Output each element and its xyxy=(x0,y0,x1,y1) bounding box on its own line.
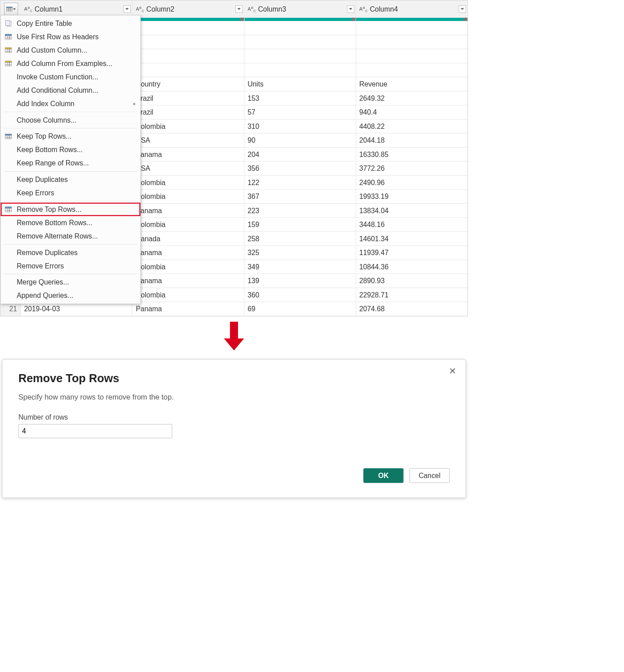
cell-col4[interactable]: 2649.32 xyxy=(356,91,468,105)
cell-col4[interactable]: 2890.93 xyxy=(356,274,468,288)
column-filter-button[interactable] xyxy=(123,5,131,13)
cell-col3[interactable]: 325 xyxy=(244,246,356,260)
cell-col4[interactable]: Revenue xyxy=(356,77,468,91)
cell-col2[interactable]: Panama xyxy=(132,302,244,316)
menu-separator xyxy=(4,274,138,274)
cell-col4[interactable] xyxy=(356,35,468,49)
cell-col3[interactable]: 139 xyxy=(244,274,356,288)
menu-item-label: Keep Errors xyxy=(17,189,54,197)
menu-item[interactable]: Keep Top Rows... xyxy=(1,130,141,143)
cell-col2[interactable]: Colombia xyxy=(132,119,244,133)
menu-item[interactable]: Append Queries... xyxy=(1,289,141,302)
cell-col3[interactable]: 258 xyxy=(244,231,356,246)
cell-col2[interactable] xyxy=(132,63,244,77)
column-filter-button[interactable] xyxy=(347,5,354,13)
cell-col2[interactable]: Country xyxy=(132,77,244,91)
menu-item[interactable]: Keep Range of Rows... xyxy=(1,157,141,170)
close-icon[interactable]: ✕ xyxy=(449,366,456,376)
cell-col2[interactable]: Colombia xyxy=(132,260,244,274)
cell-col2[interactable] xyxy=(132,21,244,35)
menu-item[interactable]: Remove Alternate Rows... xyxy=(1,230,141,243)
menu-item[interactable]: Remove Top Rows... xyxy=(1,203,141,216)
cell-col2[interactable]: Panama xyxy=(132,274,244,288)
cell-col2[interactable]: Colombia xyxy=(132,175,244,190)
cell-col4[interactable] xyxy=(356,49,468,63)
cell-col3[interactable]: 69 xyxy=(244,302,356,316)
menu-item[interactable]: Keep Errors xyxy=(1,186,141,200)
cell-col4[interactable]: 22928.71 xyxy=(356,288,468,302)
field-label: Number of rows xyxy=(18,413,450,421)
cell-col2[interactable]: Panama xyxy=(132,246,244,260)
column-header-2[interactable]: ABC Column2 xyxy=(132,0,244,17)
cell-col4[interactable]: 14601.34 xyxy=(356,231,468,246)
cell-col2[interactable]: Panama xyxy=(132,203,244,218)
cell-col3[interactable]: 223 xyxy=(244,203,356,218)
column-filter-button[interactable] xyxy=(235,5,243,13)
cell-col2[interactable]: Panama xyxy=(132,147,244,161)
menu-item[interactable]: Merge Queries... xyxy=(1,276,141,289)
cell-col3[interactable]: 204 xyxy=(244,147,356,161)
cell-col2[interactable]: Colombia xyxy=(132,190,244,204)
cell-col4[interactable]: 2044.18 xyxy=(356,133,468,148)
cell-col3[interactable] xyxy=(244,63,356,77)
cell-col4[interactable]: 10844.36 xyxy=(356,260,468,274)
cell-col4[interactable]: 3772.26 xyxy=(356,161,468,176)
cell-col4[interactable]: 11939.47 xyxy=(356,246,468,260)
menu-item[interactable]: Keep Duplicates xyxy=(1,173,141,186)
cell-col3[interactable]: 159 xyxy=(244,218,356,232)
cell-col4[interactable]: 2074.68 xyxy=(356,302,468,316)
cell-col3[interactable]: 90 xyxy=(244,133,356,148)
cell-col2[interactable] xyxy=(132,49,244,63)
cell-col4[interactable]: 19933.19 xyxy=(356,190,468,204)
menu-item[interactable]: Add Column From Examples... xyxy=(1,57,141,70)
cell-col3[interactable] xyxy=(244,49,356,63)
cell-col4[interactable] xyxy=(356,21,468,35)
cell-col4[interactable] xyxy=(356,63,468,77)
cell-col4[interactable]: 3448.16 xyxy=(356,218,468,232)
blank-icon xyxy=(4,73,13,81)
menu-item[interactable]: Copy Entire Table xyxy=(1,17,141,30)
cell-col3[interactable] xyxy=(244,35,356,49)
menu-item[interactable]: Invoke Custom Function... xyxy=(1,70,141,84)
cell-col4[interactable]: 940.4 xyxy=(356,105,468,120)
cell-col3[interactable]: 310 xyxy=(244,119,356,133)
cell-col3[interactable]: 356 xyxy=(244,161,356,176)
number-of-rows-input[interactable] xyxy=(18,424,172,438)
column-filter-button[interactable] xyxy=(459,5,466,13)
cell-col3[interactable]: 367 xyxy=(244,190,356,204)
cell-col3[interactable]: 360 xyxy=(244,288,356,302)
menu-item[interactable]: Use First Row as Headers xyxy=(1,30,141,44)
cell-col2[interactable]: Colombia xyxy=(132,218,244,232)
cell-col2[interactable]: Canada xyxy=(132,231,244,246)
cell-col4[interactable]: 16330.85 xyxy=(356,147,468,161)
cell-col3[interactable] xyxy=(244,21,356,35)
cell-col4[interactable]: 2490.96 xyxy=(356,175,468,190)
cell-col2[interactable] xyxy=(132,35,244,49)
column-header-3[interactable]: ABC Column3 xyxy=(244,0,356,17)
menu-item[interactable]: Add Conditional Column... xyxy=(1,84,141,97)
menu-item[interactable]: Choose Columns... xyxy=(1,113,141,127)
cell-col2[interactable]: USA xyxy=(132,133,244,148)
cell-col2[interactable]: Brazil xyxy=(132,105,244,120)
cell-col2[interactable]: Brazil xyxy=(132,91,244,105)
menu-item[interactable]: Add Index Column▸ xyxy=(1,97,141,111)
menu-item[interactable]: Remove Errors xyxy=(1,259,141,272)
menu-item[interactable]: Keep Bottom Rows... xyxy=(1,143,141,157)
table-menu-button[interactable] xyxy=(4,3,18,16)
cell-col2[interactable]: Colombia xyxy=(132,288,244,302)
column-header-4[interactable]: ABC Column4 xyxy=(356,0,468,17)
cell-col3[interactable]: Units xyxy=(244,77,356,91)
cancel-button[interactable]: Cancel xyxy=(410,468,450,483)
menu-item[interactable]: Remove Bottom Rows... xyxy=(1,216,141,230)
cell-col4[interactable]: 4408.22 xyxy=(356,119,468,133)
ok-button[interactable]: OK xyxy=(363,468,403,483)
menu-item[interactable]: Add Custom Column... xyxy=(1,44,141,57)
menu-item[interactable]: Remove Duplicates xyxy=(1,246,141,259)
cell-col3[interactable]: 153 xyxy=(244,91,356,105)
cell-col3[interactable]: 57 xyxy=(244,105,356,120)
cell-col3[interactable]: 349 xyxy=(244,260,356,274)
cell-col2[interactable]: USA xyxy=(132,161,244,176)
cell-col4[interactable]: 13834.04 xyxy=(356,203,468,218)
blank-icon xyxy=(4,159,13,167)
cell-col3[interactable]: 122 xyxy=(244,175,356,190)
